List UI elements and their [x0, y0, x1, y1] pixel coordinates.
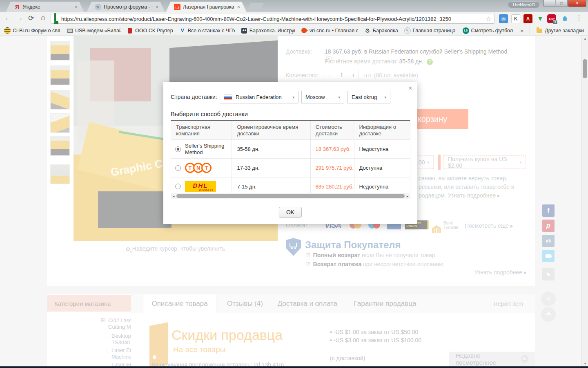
bookmark-football[interactable]: LS Смотреть футбол он [463, 27, 513, 34]
bookmark-cibi[interactable]: Ci-Bi.ru Форум о связ [4, 27, 60, 34]
browser-tab-aliexpress[interactable]: Лазерная Гравировка 6 × [166, 2, 247, 12]
yandex-favicon: Я [14, 4, 20, 10]
col-company: Транспортная компания [171, 121, 232, 139]
browser-tab-forum[interactable]: ✎ Просмотр форума - Пр × [87, 2, 165, 12]
adblock-plus-extension-icon[interactable]: ABP 2 [547, 14, 556, 23]
time-cell: 35-58 дн. [232, 140, 310, 158]
tab-title: Яндекс [23, 4, 71, 10]
https-lock-icon [54, 14, 58, 24]
bookmark-vri-cnc[interactable]: vri-cnc.ru • Главная ст [301, 27, 358, 34]
bookmark-usb-modem[interactable]: USB-модем «Билайн [67, 27, 120, 34]
flame-favicon [301, 27, 307, 34]
tab-close-icon[interactable]: × [74, 4, 78, 10]
table-row[interactable]: Seller's Shipping Method 35-58 дн. 18 36… [171, 140, 410, 159]
forum-favicon: ✎ [95, 4, 101, 10]
window-maximize-button[interactable]: □ [556, 0, 568, 7]
browser-profile-button[interactable]: TheRiver31 [508, 1, 540, 8]
bookmark-label: ООО СК Роутер [135, 28, 173, 34]
mail-extension-icon[interactable]: ✉ [499, 14, 508, 23]
bookmark-label: Все о станках с ЧПУ - [188, 28, 235, 34]
browser-tab-yandex[interactable]: Я Яндекс × [6, 2, 84, 12]
province-select[interactable]: Moscow ▾ [301, 91, 344, 103]
radio-unselected[interactable] [175, 184, 181, 189]
chevron-down-icon: ▾ [381, 95, 386, 99]
bookmarks-divider [530, 27, 530, 34]
gear-favicon: ⚙ [364, 27, 371, 34]
table-row[interactable]: TNT 17-33 дн. 291 975,71 руб. Доступна [171, 159, 410, 177]
time-cell: 17-33 дн. [232, 159, 310, 177]
back-icon[interactable]: ← [3, 14, 13, 22]
country-select[interactable]: Russian Federation ▾ [220, 91, 298, 103]
adobe-pdf-extension-icon[interactable]: Λ [523, 14, 532, 23]
scroll-left-icon[interactable]: ◂ [171, 194, 176, 198]
col-info: Информация о доставке [354, 121, 410, 139]
bookmark-star-icon[interactable]: ☆ [486, 15, 491, 22]
chevron-down-icon: ▾ [335, 95, 340, 99]
tab-close-icon[interactable]: × [155, 4, 159, 10]
table-header-row: Транспортная компания Ориентировочное вр… [171, 121, 410, 140]
refresh-icon[interactable]: ⟳ [26, 14, 36, 22]
shipping-methods-table: Транспортная компания Ориентировочное вр… [171, 120, 410, 196]
tab-title: Просмотр форума - Пр [104, 4, 152, 10]
shipping-method-modal: × Страна доставки: Russian Federation ▾ … [163, 82, 417, 224]
browser-menu-icon[interactable]: ⋮ [574, 14, 584, 22]
scrollbar-thumb[interactable] [176, 194, 405, 198]
modal-heading: Выберите способ доставки [171, 110, 248, 117]
bookmark-cnc[interactable]: V Все о станках с ЧПУ - [179, 27, 235, 34]
bookmarks-bar: Ci-Bi.ru Форум о связ USB-модем «Билайн … [0, 25, 588, 36]
chevron-down-icon: ▾ [289, 95, 294, 99]
folder-icon [536, 27, 543, 34]
bookmark-homepage[interactable]: ✎ Главная страница • С [404, 27, 457, 34]
bookmark-label: Барахолка. Инструме [249, 28, 295, 34]
bookmark-label: Ci-Bi.ru Форум о связ [13, 28, 60, 34]
pencil-favicon: ✎ [404, 27, 411, 34]
city-select[interactable]: East okrug ▾ [347, 91, 390, 103]
page-viewport: Graphic Cus Наведите курсор, чтобы увели… [0, 36, 581, 366]
water-drop-extension-icon[interactable] [560, 14, 569, 23]
bookmark-baraholka[interactable]: ⚙ Барахолка [364, 27, 398, 34]
vertical-scrollbar[interactable]: ▲ ▼ [581, 36, 588, 366]
v-favicon: V [179, 27, 186, 34]
abp-badge: 2 [553, 20, 558, 25]
other-bookmarks-folder[interactable]: Другие закладки [536, 27, 584, 34]
home-icon[interactable]: ⌂ [38, 13, 48, 22]
forward-icon[interactable]: → [15, 14, 24, 22]
company-cell: TNT [171, 159, 232, 177]
window-titlebar: Я Яндекс × ✎ Просмотр форума - Пр × Лазе… [0, 0, 588, 12]
scrollbar-thumb[interactable] [583, 59, 587, 78]
window-minimize-button[interactable]: – [543, 0, 555, 7]
bookmarks-overflow-chevron[interactable]: » [520, 27, 523, 34]
ok-button[interactable]: OK [279, 207, 302, 218]
download-extension-icon[interactable]: ▼ [536, 14, 545, 23]
bookmark-label: Главная страница • С [413, 28, 457, 34]
dhl-logo: DHL EXPRESS [185, 181, 216, 192]
page-url[interactable]: https://ru.aliexpress.com/store/product/… [61, 16, 486, 22]
radio-unselected[interactable] [175, 165, 181, 171]
face-favicon [241, 27, 247, 34]
bookmark-baraholka-tools[interactable]: Барахолка. Инструме [241, 27, 295, 34]
monitor-favicon [67, 27, 73, 34]
ls-favicon: LS [463, 27, 469, 34]
tab-title: Лазерная Гравировка 6 [183, 4, 234, 10]
modal-close-icon[interactable]: × [408, 84, 412, 92]
radio-selected[interactable] [175, 146, 181, 152]
tab-close-icon[interactable]: × [236, 4, 241, 10]
red-favicon [127, 27, 133, 34]
scroll-right-icon[interactable]: ▸ [405, 194, 410, 198]
window-close-button[interactable]: × [568, 0, 586, 7]
scroll-up-icon[interactable]: ▲ [582, 37, 588, 40]
k-extension-icon[interactable]: K [511, 14, 520, 23]
aliexpress-favicon [174, 4, 180, 10]
bookmark-sk-router[interactable]: ООО СК Роутер [127, 27, 173, 34]
cost-cell: 291 975,71 руб. [311, 159, 354, 177]
bottom-dark-strip [0, 366, 588, 368]
company-cell: Seller's Shipping Method [171, 140, 232, 158]
bookmark-label: Барахолка [373, 28, 398, 34]
cibi-favicon [4, 27, 11, 34]
new-tab-button[interactable] [247, 3, 264, 10]
scroll-down-icon[interactable]: ▼ [582, 362, 588, 366]
modal-horizontal-scrollbar[interactable]: ◂ ▸ [171, 193, 410, 199]
tnt-logo: TNT [185, 163, 212, 173]
bookmark-label: Смотреть футбол он [471, 28, 513, 34]
address-bar[interactable]: https://ru.aliexpress.com/store/product/… [51, 14, 495, 24]
